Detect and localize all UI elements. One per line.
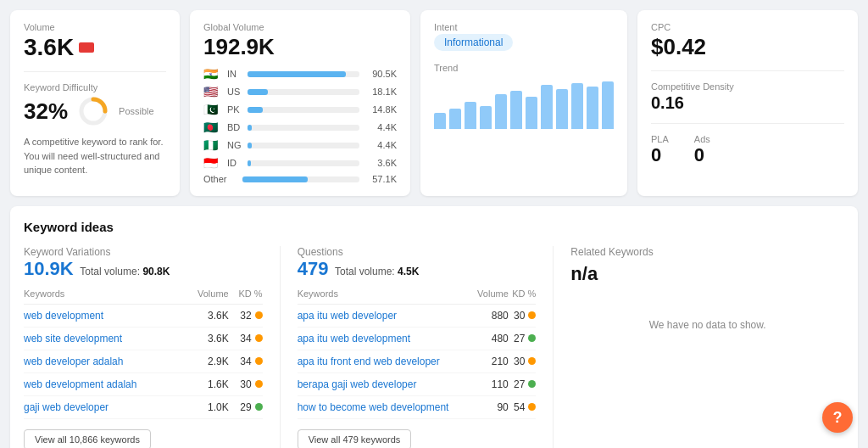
- kd-percent: 32%: [24, 98, 68, 125]
- country-row: 🇮🇩 ID 3.6K: [203, 156, 397, 170]
- keyword-link[interactable]: web development adalah: [24, 378, 136, 390]
- country-row: 🇵🇰 PK 14.8K: [203, 103, 397, 116]
- country-bar-fill: [248, 89, 268, 95]
- help-button[interactable]: ?: [822, 402, 853, 433]
- country-code: PK: [227, 104, 242, 115]
- kw-volume: 90: [472, 396, 508, 419]
- country-code: ID: [227, 158, 242, 168]
- view-all-variations-button[interactable]: View all 10,866 keywords: [24, 429, 151, 448]
- country-bar-fill: [248, 125, 252, 131]
- global-volume-label: Global Volume: [203, 22, 397, 32]
- country-row: 🇮🇳 IN 90.5K: [203, 67, 397, 81]
- kw-volume: 3.6K: [185, 328, 229, 350]
- other-bar-track: [242, 176, 359, 182]
- keyword-link[interactable]: web site development: [24, 333, 122, 344]
- kw-kd: 34: [229, 328, 263, 350]
- variations-col: Keyword Variations 10.9K Total volume: 9…: [24, 246, 281, 448]
- keyword-link[interactable]: berapa gaji web developer: [298, 378, 417, 390]
- view-all-questions-button[interactable]: View all 479 keywords: [298, 429, 412, 448]
- country-flag: 🇮🇳: [203, 67, 222, 81]
- country-code: US: [227, 87, 242, 97]
- intent-card: Intent Informational Trend: [420, 10, 627, 196]
- country-bar-fill: [248, 160, 251, 166]
- kd-dot: [528, 334, 536, 342]
- kw-volume: 480: [472, 328, 508, 350]
- other-label: Other: [203, 174, 237, 184]
- volume-value: 3.6K: [24, 34, 166, 61]
- kw-kd: 29: [229, 396, 263, 419]
- kd-dot: [255, 311, 263, 319]
- trend-label: Trend: [434, 63, 614, 73]
- flag-icon: [79, 42, 94, 53]
- volume-label: Volume: [24, 22, 166, 32]
- country-bar-track: [248, 125, 359, 131]
- kd-badge: Possible: [119, 106, 154, 116]
- trend-bar: [556, 89, 568, 129]
- country-code: NG: [227, 140, 242, 150]
- kw-kd: 30: [509, 350, 537, 373]
- var-col-vol: Volume: [185, 288, 229, 305]
- other-num: 57.1K: [364, 174, 397, 184]
- pla-item: PLA 0: [651, 134, 669, 166]
- table-row: web site development 3.6K 34: [24, 328, 263, 350]
- intent-label: Intent: [434, 22, 614, 32]
- kw-volume: 1.0K: [185, 396, 229, 419]
- kd-dot: [255, 380, 263, 388]
- questions-count: 479: [298, 258, 329, 279]
- ads-value: 0: [694, 144, 710, 166]
- cpc-label: CPC: [651, 22, 844, 32]
- keyword-link[interactable]: web development: [24, 310, 103, 322]
- country-bar-fill: [248, 71, 346, 77]
- kw-kd: 27: [509, 328, 537, 350]
- kd-dot: [255, 334, 263, 342]
- kd-description: A competitive keyword to rank for. You w…: [24, 135, 166, 177]
- questions-title: Questions: [298, 246, 537, 258]
- table-row: how to become web development 90 54: [298, 396, 537, 419]
- country-row: 🇺🇸 US 18.1K: [203, 85, 397, 98]
- keyword-link[interactable]: apa itu front end web developer: [298, 356, 440, 367]
- trend-bar: [449, 109, 461, 129]
- keyword-link[interactable]: gaji web developer: [24, 401, 108, 413]
- table-row: gaji web developer 1.0K 29: [24, 396, 263, 419]
- kd-dot: [528, 357, 536, 365]
- country-flag: 🇧🇩: [203, 120, 222, 134]
- table-row: apa itu web development 480 27: [298, 328, 537, 350]
- country-code: IN: [227, 69, 242, 79]
- keyword-link[interactable]: apa itu web development: [298, 333, 410, 344]
- country-bar-track: [248, 160, 359, 166]
- country-code: BD: [227, 122, 242, 132]
- country-num: 14.8K: [364, 104, 397, 115]
- trend-bar: [587, 87, 598, 129]
- cpc-card: CPC $0.42 Competitive Density 0.16 PLA 0…: [637, 10, 858, 196]
- cpc-value: $0.42: [651, 34, 844, 60]
- keyword-link[interactable]: web developer adalah: [24, 356, 123, 367]
- table-row: web development adalah 1.6K 30: [24, 373, 263, 396]
- country-bar-track: [248, 107, 359, 113]
- other-bar-fill: [242, 176, 308, 182]
- country-flag: 🇮🇩: [203, 156, 222, 170]
- q-col-kd: KD %: [509, 288, 537, 305]
- section-title: Keyword ideas: [24, 220, 844, 234]
- questions-col: Questions 479 Total volume: 4.5K Keyword…: [298, 246, 554, 448]
- table-row: web development 3.6K 32: [24, 305, 263, 328]
- country-bar-track: [248, 89, 359, 95]
- global-volume-card: Global Volume 192.9K 🇮🇳 IN 90.5K 🇺🇸 US 1…: [190, 10, 410, 196]
- country-row: 🇳🇬 NG 4.4K: [203, 138, 397, 152]
- kw-volume: 1.6K: [185, 373, 229, 396]
- country-flag: 🇵🇰: [203, 103, 222, 116]
- kd-dot: [528, 403, 536, 411]
- variations-table: Keywords Volume KD % web development 3.6…: [24, 288, 263, 419]
- q-col-kw: Keywords: [298, 288, 473, 305]
- table-row: web developer adalah 2.9K 34: [24, 350, 263, 373]
- keyword-link[interactable]: how to become web development: [298, 401, 449, 413]
- pla-value: 0: [651, 144, 669, 166]
- table-row: berapa gaji web developer 110 27: [298, 373, 537, 396]
- kw-kd: 54: [509, 396, 537, 419]
- country-flag: 🇺🇸: [203, 85, 222, 98]
- keyword-difficulty-section: Keyword Difficulty 32% Possible A compet…: [24, 82, 166, 177]
- keyword-link[interactable]: apa itu web developer: [298, 310, 397, 322]
- ads-label: Ads: [694, 134, 710, 144]
- kd-label: Keyword Difficulty: [24, 82, 166, 92]
- country-num: 4.4K: [364, 122, 397, 132]
- table-row: apa itu web developer 880 30: [298, 305, 537, 328]
